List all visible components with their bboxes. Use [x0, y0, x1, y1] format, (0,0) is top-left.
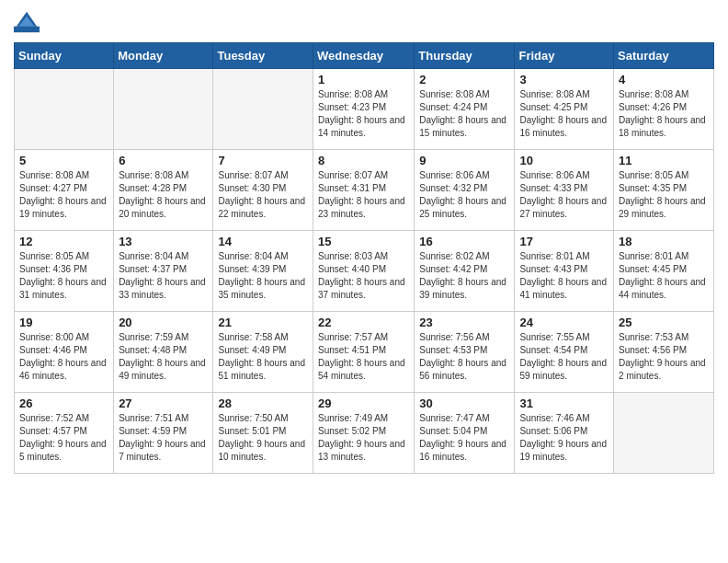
- day-info: Sunrise: 8:01 AMSunset: 4:45 PMDaylight:…: [619, 250, 709, 302]
- day-number: 27: [119, 396, 208, 410]
- day-info: Sunrise: 7:52 AMSunset: 4:57 PMDaylight:…: [19, 412, 108, 464]
- svg-rect-2: [14, 27, 40, 33]
- page: SundayMondayTuesdayWednesdayThursdayFrid…: [0, 0, 728, 563]
- calendar-cell: 2Sunrise: 8:08 AMSunset: 4:24 PMDaylight…: [415, 69, 515, 150]
- day-info: Sunrise: 7:47 AMSunset: 5:04 PMDaylight:…: [419, 412, 509, 464]
- weekday-header: Thursday: [415, 43, 515, 69]
- weekday-header: Sunday: [15, 43, 114, 69]
- day-number: 16: [419, 235, 509, 248]
- calendar-cell: [213, 69, 313, 150]
- weekday-header: Friday: [515, 43, 614, 69]
- day-info: Sunrise: 8:08 AMSunset: 4:26 PMDaylight:…: [619, 88, 709, 140]
- day-info: Sunrise: 7:58 AMSunset: 4:49 PMDaylight:…: [218, 331, 308, 383]
- day-info: Sunrise: 8:01 AMSunset: 4:43 PMDaylight:…: [519, 250, 609, 302]
- weekday-header: Wednesday: [313, 43, 415, 69]
- calendar-cell: [114, 69, 213, 150]
- day-number: 3: [519, 73, 609, 86]
- calendar-cell: 29Sunrise: 7:49 AMSunset: 5:02 PMDayligh…: [313, 393, 415, 474]
- calendar-cell: 8Sunrise: 8:07 AMSunset: 4:31 PMDaylight…: [313, 150, 415, 231]
- calendar-cell: 1Sunrise: 8:08 AMSunset: 4:23 PMDaylight…: [313, 69, 415, 150]
- calendar-cell: 31Sunrise: 7:46 AMSunset: 5:06 PMDayligh…: [515, 393, 614, 474]
- calendar-cell: [614, 393, 714, 474]
- day-info: Sunrise: 8:08 AMSunset: 4:27 PMDaylight:…: [19, 169, 108, 221]
- day-number: 10: [519, 154, 609, 167]
- day-number: 18: [619, 235, 709, 248]
- day-info: Sunrise: 8:05 AMSunset: 4:36 PMDaylight:…: [19, 250, 108, 302]
- calendar-cell: 3Sunrise: 8:08 AMSunset: 4:25 PMDaylight…: [515, 69, 614, 150]
- calendar-cell: 9Sunrise: 8:06 AMSunset: 4:32 PMDaylight…: [415, 150, 515, 231]
- calendar-cell: 10Sunrise: 8:06 AMSunset: 4:33 PMDayligh…: [515, 150, 614, 231]
- day-info: Sunrise: 8:05 AMSunset: 4:35 PMDaylight:…: [619, 169, 709, 221]
- day-info: Sunrise: 8:06 AMSunset: 4:33 PMDaylight:…: [519, 169, 609, 221]
- day-number: 9: [419, 154, 509, 167]
- day-number: 7: [218, 154, 308, 167]
- calendar-cell: 7Sunrise: 8:07 AMSunset: 4:30 PMDaylight…: [213, 150, 313, 231]
- calendar-cell: 21Sunrise: 7:58 AMSunset: 4:49 PMDayligh…: [213, 312, 313, 393]
- day-number: 28: [218, 396, 308, 410]
- calendar-cell: 5Sunrise: 8:08 AMSunset: 4:27 PMDaylight…: [15, 150, 114, 231]
- weekday-header-row: SundayMondayTuesdayWednesdayThursdayFrid…: [15, 43, 714, 69]
- calendar-cell: [15, 69, 114, 150]
- calendar-cell: 24Sunrise: 7:55 AMSunset: 4:54 PMDayligh…: [515, 312, 614, 393]
- calendar-cell: 25Sunrise: 7:53 AMSunset: 4:56 PMDayligh…: [614, 312, 714, 393]
- calendar: SundayMondayTuesdayWednesdayThursdayFrid…: [14, 42, 714, 474]
- day-number: 19: [19, 316, 108, 329]
- calendar-cell: 12Sunrise: 8:05 AMSunset: 4:36 PMDayligh…: [15, 231, 114, 312]
- day-number: 1: [318, 73, 409, 86]
- calendar-cell: 26Sunrise: 7:52 AMSunset: 4:57 PMDayligh…: [15, 393, 114, 474]
- day-info: Sunrise: 7:49 AMSunset: 5:02 PMDaylight:…: [318, 412, 409, 464]
- day-number: 22: [318, 316, 409, 329]
- day-number: 14: [218, 235, 308, 248]
- day-number: 4: [619, 73, 709, 86]
- day-number: 24: [519, 316, 609, 329]
- day-number: 12: [19, 235, 108, 248]
- week-row: 5Sunrise: 8:08 AMSunset: 4:27 PMDaylight…: [15, 150, 714, 231]
- day-info: Sunrise: 8:02 AMSunset: 4:42 PMDaylight:…: [419, 250, 509, 302]
- calendar-cell: 6Sunrise: 8:08 AMSunset: 4:28 PMDaylight…: [114, 150, 213, 231]
- day-number: 11: [619, 154, 709, 167]
- day-info: Sunrise: 7:53 AMSunset: 4:56 PMDaylight:…: [619, 331, 709, 383]
- calendar-cell: 28Sunrise: 7:50 AMSunset: 5:01 PMDayligh…: [213, 393, 313, 474]
- day-number: 31: [519, 396, 609, 410]
- calendar-cell: 17Sunrise: 8:01 AMSunset: 4:43 PMDayligh…: [515, 231, 614, 312]
- day-number: 29: [318, 396, 409, 410]
- calendar-cell: 27Sunrise: 7:51 AMSunset: 4:59 PMDayligh…: [114, 393, 213, 474]
- day-info: Sunrise: 8:08 AMSunset: 4:25 PMDaylight:…: [519, 88, 609, 140]
- day-info: Sunrise: 8:08 AMSunset: 4:23 PMDaylight:…: [318, 88, 409, 140]
- day-info: Sunrise: 7:59 AMSunset: 4:48 PMDaylight:…: [119, 331, 208, 383]
- weekday-header: Saturday: [614, 43, 714, 69]
- week-row: 19Sunrise: 8:00 AMSunset: 4:46 PMDayligh…: [15, 312, 714, 393]
- calendar-cell: 16Sunrise: 8:02 AMSunset: 4:42 PMDayligh…: [415, 231, 515, 312]
- day-number: 2: [419, 73, 509, 86]
- calendar-cell: 14Sunrise: 8:04 AMSunset: 4:39 PMDayligh…: [213, 231, 313, 312]
- weekday-header: Tuesday: [213, 43, 313, 69]
- day-number: 21: [218, 316, 308, 329]
- day-info: Sunrise: 8:00 AMSunset: 4:46 PMDaylight:…: [19, 331, 108, 383]
- logo-icon: [14, 9, 40, 35]
- week-row: 1Sunrise: 8:08 AMSunset: 4:23 PMDaylight…: [15, 69, 714, 150]
- logo: [14, 9, 43, 35]
- weekday-header: Monday: [114, 43, 213, 69]
- header: [14, 9, 714, 35]
- day-number: 17: [519, 235, 609, 248]
- day-info: Sunrise: 7:51 AMSunset: 4:59 PMDaylight:…: [119, 412, 208, 464]
- day-number: 26: [19, 396, 108, 410]
- calendar-cell: 23Sunrise: 7:56 AMSunset: 4:53 PMDayligh…: [415, 312, 515, 393]
- day-number: 13: [119, 235, 208, 248]
- day-number: 23: [419, 316, 509, 329]
- day-number: 15: [318, 235, 409, 248]
- calendar-cell: 19Sunrise: 8:00 AMSunset: 4:46 PMDayligh…: [15, 312, 114, 393]
- day-info: Sunrise: 7:57 AMSunset: 4:51 PMDaylight:…: [318, 331, 409, 383]
- day-number: 6: [119, 154, 208, 167]
- day-info: Sunrise: 8:04 AMSunset: 4:39 PMDaylight:…: [218, 250, 308, 302]
- day-info: Sunrise: 7:56 AMSunset: 4:53 PMDaylight:…: [419, 331, 509, 383]
- day-info: Sunrise: 8:04 AMSunset: 4:37 PMDaylight:…: [119, 250, 208, 302]
- calendar-cell: 30Sunrise: 7:47 AMSunset: 5:04 PMDayligh…: [415, 393, 515, 474]
- day-info: Sunrise: 8:07 AMSunset: 4:30 PMDaylight:…: [218, 169, 308, 221]
- calendar-cell: 15Sunrise: 8:03 AMSunset: 4:40 PMDayligh…: [313, 231, 415, 312]
- day-info: Sunrise: 7:50 AMSunset: 5:01 PMDaylight:…: [218, 412, 308, 464]
- calendar-cell: 4Sunrise: 8:08 AMSunset: 4:26 PMDaylight…: [614, 69, 714, 150]
- day-info: Sunrise: 7:46 AMSunset: 5:06 PMDaylight:…: [519, 412, 609, 464]
- calendar-cell: 20Sunrise: 7:59 AMSunset: 4:48 PMDayligh…: [114, 312, 213, 393]
- calendar-cell: 18Sunrise: 8:01 AMSunset: 4:45 PMDayligh…: [614, 231, 714, 312]
